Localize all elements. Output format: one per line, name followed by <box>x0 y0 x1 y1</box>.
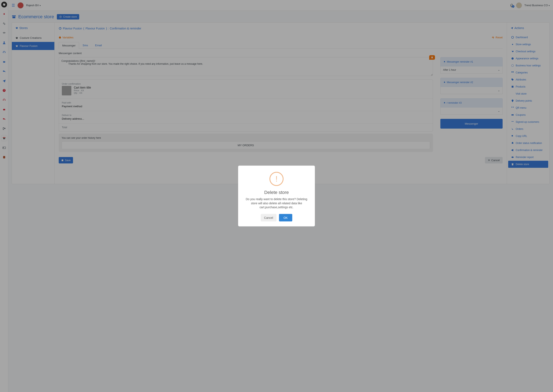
warning-icon: ! <box>269 172 284 186</box>
modal-text: Do you really want to delete this store?… <box>243 197 310 210</box>
modal-ok-button[interactable]: OK <box>279 214 292 221</box>
modal-title: Delete store <box>243 190 310 195</box>
delete-store-modal: ! Delete store Do you really want to del… <box>238 166 315 226</box>
modal-cancel-button[interactable]: Cancel <box>261 214 277 221</box>
